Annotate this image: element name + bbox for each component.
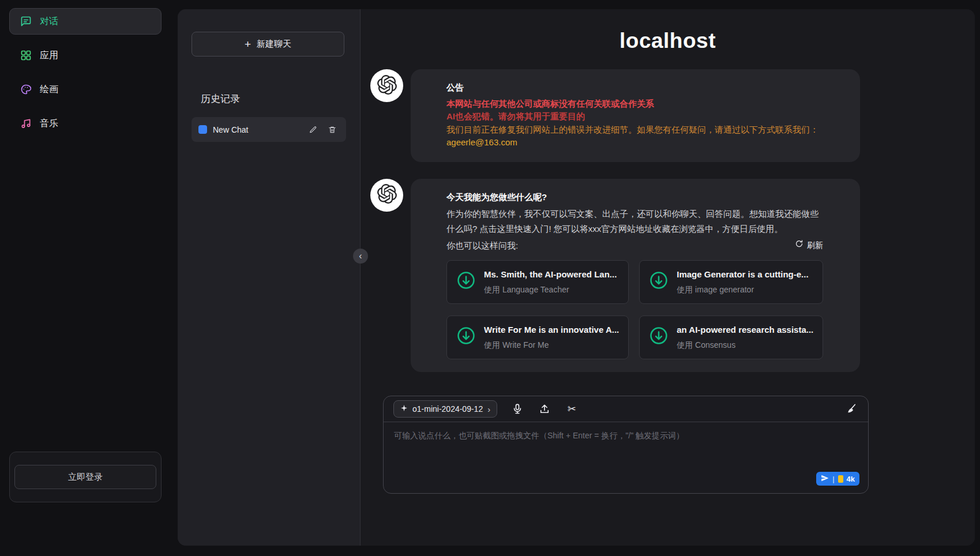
token-count: 4k xyxy=(847,475,855,483)
suggestion-grid: Ms. Smith, the AI-powered Lan... 使用 Lang… xyxy=(446,260,823,359)
send-icon xyxy=(821,474,829,484)
new-chat-button[interactable]: + 新建聊天 xyxy=(192,32,344,57)
announcement-title: 公告 xyxy=(446,81,823,95)
sidebar-item-label: 绘画 xyxy=(40,84,58,96)
collapse-sidebar-button[interactable]: ‹ xyxy=(353,249,368,264)
refresh-icon xyxy=(795,239,803,251)
suggestion-subtitle: 使用 Write For Me xyxy=(484,339,619,351)
welcome-hint: 你也可以这样问我: xyxy=(446,239,518,253)
announcement-line-3: 我们目前正在修复我们网站上的错误并改进细节。如果您有任何疑问，请通过以下方式联系… xyxy=(446,123,823,137)
chat-item-title: New Chat xyxy=(213,125,301,134)
model-selector[interactable]: o1-mini-2024-09-12 › xyxy=(393,400,497,418)
sidebar-item-chat[interactable]: 对话 xyxy=(9,8,162,35)
circle-arrow-down-icon xyxy=(456,271,476,294)
suggestion-title: Write For Me is an innovative A... xyxy=(484,324,619,337)
welcome-hint-row: 你也可以这样问我: 刷新 xyxy=(446,239,823,253)
palette-icon xyxy=(20,84,32,95)
welcome-body: 作为你的智慧伙伴，我不仅可以写文案、出点子，还可以和你聊天、回答问题。想知道我还… xyxy=(446,206,823,237)
chat-history-item[interactable]: New Chat xyxy=(192,117,346,142)
contact-email-link[interactable]: ageerle@163.com xyxy=(446,136,517,149)
badge-divider: | xyxy=(832,475,834,483)
suggestion-texts: an AI-powered research assista... 使用 Con… xyxy=(677,324,813,351)
suggestion-texts: Ms. Smith, the AI-powered Lan... 使用 Lang… xyxy=(484,268,617,296)
chat-main: ‹ localhost 公告 本网站与任何其他公司或商标没有任何关联或合作关系 … xyxy=(361,9,975,546)
composer-input-zone: | 4k xyxy=(384,422,868,493)
page-title: localhost xyxy=(361,29,975,53)
send-button[interactable]: | 4k xyxy=(816,472,859,486)
plus-icon: + xyxy=(245,39,251,50)
model-name: o1-mini-2024-09-12 xyxy=(412,404,483,414)
composer: o1-mini-2024-09-12 › ✂ xyxy=(383,396,869,494)
scissors-icon: ✂ xyxy=(568,404,576,414)
suggestion-texts: Write For Me is an innovative A... 使用 Wr… xyxy=(484,324,619,351)
welcome-title: 今天我能为您做些什么呢? xyxy=(446,191,823,204)
refresh-label: 刷新 xyxy=(807,239,823,251)
circle-arrow-down-icon xyxy=(649,271,669,294)
suggestion-title: Ms. Smith, the AI-powered Lan... xyxy=(484,268,617,281)
chat-bubble-icon xyxy=(20,16,32,27)
scissors-button[interactable]: ✂ xyxy=(565,402,579,416)
openai-logo-icon xyxy=(377,75,397,97)
sidebar-item-apps[interactable]: 应用 xyxy=(9,42,162,69)
suggestion-subtitle: 使用 Language Teacher xyxy=(484,284,617,296)
announcement-line-1: 本网站与任何其他公司或商标没有任何关联或合作关系 xyxy=(446,97,823,111)
chat-item-avatar xyxy=(198,125,207,134)
suggestion-subtitle: 使用 Consensus xyxy=(677,339,813,351)
sidebar-item-label: 音乐 xyxy=(40,118,58,130)
chat-input[interactable] xyxy=(384,422,868,468)
assistant-avatar xyxy=(370,179,403,212)
workspace: + 新建聊天 历史记录 New Chat ‹ xyxy=(178,9,975,546)
composer-toolbar: o1-mini-2024-09-12 › ✂ xyxy=(384,396,868,422)
circle-arrow-down-icon xyxy=(649,326,669,350)
delete-icon[interactable] xyxy=(325,123,339,137)
apps-grid-icon xyxy=(20,50,32,61)
login-button[interactable]: 立即登录 xyxy=(14,465,156,489)
login-panel: 立即登录 xyxy=(9,452,162,502)
microphone-button[interactable] xyxy=(510,402,524,416)
message-announcement: 公告 本网站与任何其他公司或商标没有任何关联或合作关系 AI也会犯错。请勿将其用… xyxy=(370,69,975,162)
sidebar-item-drawing[interactable]: 绘画 xyxy=(9,76,162,103)
history-title: 历史记录 xyxy=(201,92,360,106)
sidebar-item-label: 应用 xyxy=(40,50,58,62)
sidebar-item-music[interactable]: 音乐 xyxy=(9,110,162,137)
clear-context-button[interactable] xyxy=(844,402,858,416)
chat-list-panel: + 新建聊天 历史记录 New Chat xyxy=(178,9,361,546)
chat-item-actions xyxy=(306,123,339,137)
suggestion-subtitle: 使用 image generator xyxy=(677,284,808,296)
chevron-left-icon: ‹ xyxy=(359,251,362,261)
suggestion-title: an AI-powered research assista... xyxy=(677,324,813,337)
suggestion-card[interactable]: Image Generator is a cutting-e... 使用 ima… xyxy=(639,260,823,304)
sidebar-nav: 对话 应用 绘画 音乐 xyxy=(9,8,162,137)
suggestion-title: Image Generator is a cutting-e... xyxy=(677,268,808,281)
token-icon xyxy=(838,475,843,483)
chevron-right-icon: › xyxy=(487,404,490,414)
new-chat-label: 新建聊天 xyxy=(257,39,291,50)
openai-logo-icon xyxy=(377,184,397,206)
circle-arrow-down-icon xyxy=(456,326,476,350)
suggestion-card[interactable]: Write For Me is an innovative A... 使用 Wr… xyxy=(446,315,629,359)
suggestion-card[interactable]: an AI-powered research assista... 使用 Con… xyxy=(639,315,823,359)
sparkle-icon xyxy=(400,404,408,414)
welcome-bubble: 今天我能为您做些什么呢? 作为你的智慧伙伴，我不仅可以写文案、出点子，还可以和你… xyxy=(411,179,860,373)
suggestion-card[interactable]: Ms. Smith, the AI-powered Lan... 使用 Lang… xyxy=(446,260,629,304)
sidebar-item-label: 对话 xyxy=(40,16,58,28)
upload-button[interactable] xyxy=(538,402,551,416)
announcement-line-2: AI也会犯错。请勿将其用于重要目的 xyxy=(446,110,823,123)
refresh-button[interactable]: 刷新 xyxy=(795,239,823,251)
music-note-icon xyxy=(20,118,32,129)
edit-icon[interactable] xyxy=(306,123,320,137)
message-welcome: 今天我能为您做些什么呢? 作为你的智慧伙伴，我不仅可以写文案、出点子，还可以和你… xyxy=(370,179,975,373)
sidebar: 对话 应用 绘画 音乐 立即登录 xyxy=(9,8,162,556)
announcement-bubble: 公告 本网站与任何其他公司或商标没有任何关联或合作关系 AI也会犯错。请勿将其用… xyxy=(411,69,860,162)
assistant-avatar xyxy=(370,69,403,102)
suggestion-texts: Image Generator is a cutting-e... 使用 ima… xyxy=(677,268,808,296)
